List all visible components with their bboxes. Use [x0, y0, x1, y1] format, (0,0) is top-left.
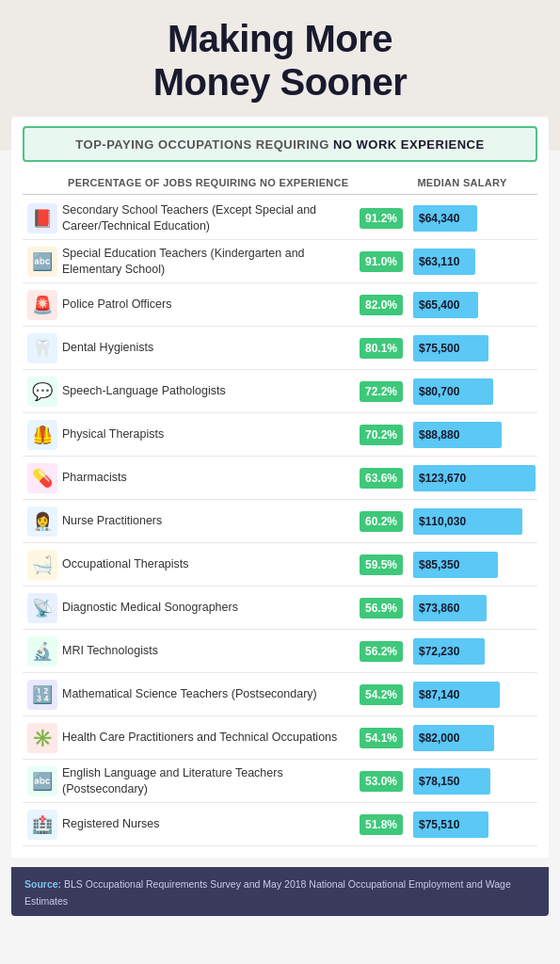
top-banner: TOP-PAYING OCCUPATIONS REQUIRING NO WORK…: [23, 126, 537, 162]
table-row: 💊 Pharmacists 63.6% $123,670: [23, 457, 537, 500]
salary-bar: $72,230: [413, 638, 485, 665]
salary-value: $110,030: [419, 515, 466, 528]
percentage-cell: 60.2%: [357, 511, 406, 532]
salary-bar-wrap: $63,110: [413, 249, 536, 275]
percentage-badge: 91.0%: [360, 251, 403, 272]
salary-cell: $88,880: [406, 422, 537, 448]
salary-cell: $123,670: [406, 465, 537, 491]
salary-bar-wrap: $73,860: [413, 595, 536, 621]
page-title: Making More Money Sooner: [19, 17, 541, 104]
icon-cell: ✳️: [23, 723, 62, 753]
salary-bar: $78,150: [413, 768, 490, 795]
salary-cell: $85,350: [406, 552, 537, 578]
icon-cell: 🦷: [23, 333, 62, 363]
salary-bar: $73,860: [413, 595, 487, 621]
salary-value: $123,670: [419, 472, 466, 485]
percentage-cell: 82.0%: [357, 295, 406, 315]
icon-cell: 📡: [23, 593, 62, 623]
icon-cell: 🔬: [23, 636, 62, 667]
job-name: Secondary School Teachers (Except Specia…: [62, 202, 357, 233]
percentage-cell: 91.2%: [357, 208, 406, 229]
page-header: Making More Money Sooner: [0, 0, 560, 117]
salary-bar: $88,880: [413, 422, 502, 448]
occupation-icon: 🔬: [27, 636, 57, 667]
salary-cell: $63,110: [406, 249, 537, 275]
salary-cell: $72,230: [406, 638, 537, 665]
icon-cell: 🏥: [23, 810, 62, 840]
percentage-badge: 53.0%: [360, 771, 403, 792]
job-name: Special Education Teachers (Kindergarten…: [62, 246, 357, 277]
salary-value: $64,340: [419, 212, 459, 225]
salary-value: $80,700: [419, 385, 459, 398]
percentage-cell: 59.5%: [357, 554, 406, 575]
percentage-badge: 51.8%: [360, 814, 403, 835]
icon-cell: 👩‍⚕️: [23, 506, 62, 537]
occupation-icon: 🔤: [27, 247, 57, 277]
job-name: Dental Hygienists: [62, 340, 357, 355]
icon-cell: 🔢: [23, 680, 62, 710]
percentage-badge: 59.5%: [360, 554, 403, 575]
salary-bar-wrap: $75,510: [413, 811, 536, 838]
salary-cell: $65,400: [406, 292, 537, 318]
salary-bar-wrap: $110,030: [413, 508, 536, 535]
salary-bar: $82,000: [413, 725, 494, 751]
salary-value: $87,140: [419, 688, 459, 701]
job-name: Health Care Practitioners and Technical …: [62, 730, 357, 745]
salary-bar-wrap: $64,340: [413, 205, 536, 232]
job-name: Occupational Therapists: [62, 556, 357, 571]
occupation-icon: 🦷: [27, 333, 57, 363]
table-row: 🦷 Dental Hygienists 80.1% $75,500: [23, 327, 537, 370]
job-name: MRI Technologists: [62, 643, 357, 658]
salary-cell: $82,000: [406, 725, 537, 751]
main-content: TOP-PAYING OCCUPATIONS REQUIRING NO WORK…: [11, 117, 549, 858]
salary-bar-wrap: $88,880: [413, 422, 536, 448]
icon-cell: 💬: [23, 377, 62, 407]
job-name: Speech-Language Pathologists: [62, 383, 357, 398]
salary-bar: $87,140: [413, 682, 500, 708]
occupation-icon: 📡: [27, 593, 57, 623]
percentage-badge: 80.1%: [360, 338, 403, 359]
footer: Source: BLS Occupational Requirements Su…: [11, 867, 549, 916]
percentage-badge: 72.2%: [360, 381, 403, 402]
salary-cell: $75,500: [406, 335, 537, 362]
occupation-icon: ✳️: [27, 723, 57, 753]
table-row: 🏥 Registered Nurses 51.8% $75,510: [23, 803, 537, 846]
salary-value: $72,230: [419, 645, 459, 658]
icon-cell: 📕: [23, 203, 62, 233]
table-header: PERCENTAGE OF JOBS REQUIRING NO EXPERIEN…: [23, 171, 537, 195]
salary-bar: $75,510: [413, 811, 488, 838]
salary-bar: $64,340: [413, 205, 477, 232]
percentage-badge: 91.2%: [360, 208, 403, 229]
icon-cell: 🔤: [23, 766, 62, 796]
occupation-icon: 🔢: [27, 680, 57, 710]
occupation-icon: 💬: [27, 377, 57, 407]
percentage-badge: 56.9%: [360, 598, 403, 619]
table-row: 🚨 Police Patrol Officers 82.0% $65,400: [23, 283, 537, 327]
banner-text: TOP-PAYING OCCUPATIONS REQUIRING NO WORK…: [75, 137, 484, 152]
salary-value: $85,350: [419, 558, 459, 571]
job-name: Physical Therapists: [62, 426, 357, 442]
footer-source: Source: BLS Occupational Requirements Su…: [24, 878, 511, 907]
salary-bar: $63,110: [413, 249, 475, 275]
salary-cell: $80,700: [406, 378, 537, 405]
table-row: 🦺 Physical Therapists 70.2% $88,880: [23, 413, 537, 457]
salary-bar: $123,670: [413, 465, 536, 491]
data-table: 📕 Secondary School Teachers (Except Spec…: [23, 197, 537, 846]
salary-bar-wrap: $87,140: [413, 682, 536, 708]
percentage-cell: 54.2%: [357, 684, 406, 705]
job-name: Pharmacists: [62, 470, 357, 485]
salary-bar-wrap: $65,400: [413, 292, 536, 318]
percentage-badge: 54.1%: [360, 728, 403, 748]
percentage-badge: 56.2%: [360, 641, 403, 662]
left-col-label: PERCENTAGE OF JOBS REQUIRING NO EXPERIEN…: [68, 177, 387, 188]
occupation-icon: 🔤: [27, 766, 57, 796]
salary-bar-wrap: $85,350: [413, 552, 536, 578]
job-name: Mathematical Science Teachers (Postsecon…: [62, 686, 357, 701]
salary-value: $73,860: [419, 602, 459, 615]
table-row: 🔬 MRI Technologists 56.2% $72,230: [23, 630, 537, 673]
table-row: 📕 Secondary School Teachers (Except Spec…: [23, 197, 537, 240]
salary-cell: $110,030: [406, 508, 537, 535]
salary-value: $75,500: [419, 342, 459, 355]
percentage-badge: 63.6%: [360, 468, 403, 489]
percentage-badge: 54.2%: [360, 684, 403, 705]
